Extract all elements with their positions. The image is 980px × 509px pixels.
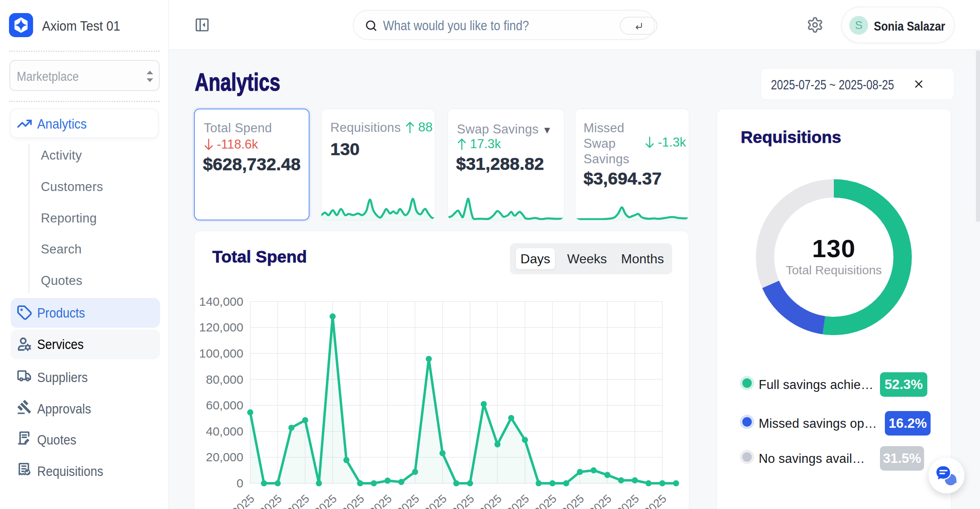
svg-text:80,000: 80,000 xyxy=(206,373,243,386)
svg-text:140,000: 140,000 xyxy=(199,295,243,308)
svg-text:Jul 25, 2025: Jul 25, 2025 xyxy=(202,492,257,509)
svg-text:120,000: 120,000 xyxy=(199,320,243,334)
svg-text:Total Requisitions: Total Requisitions xyxy=(786,263,882,277)
svg-text:20,000: 20,000 xyxy=(206,450,243,464)
svg-text:130: 130 xyxy=(812,234,855,262)
svg-text:40,000: 40,000 xyxy=(206,425,243,438)
svg-text:60,000: 60,000 xyxy=(206,398,243,412)
svg-text:100,000: 100,000 xyxy=(199,347,243,360)
svg-text:0: 0 xyxy=(236,476,243,490)
